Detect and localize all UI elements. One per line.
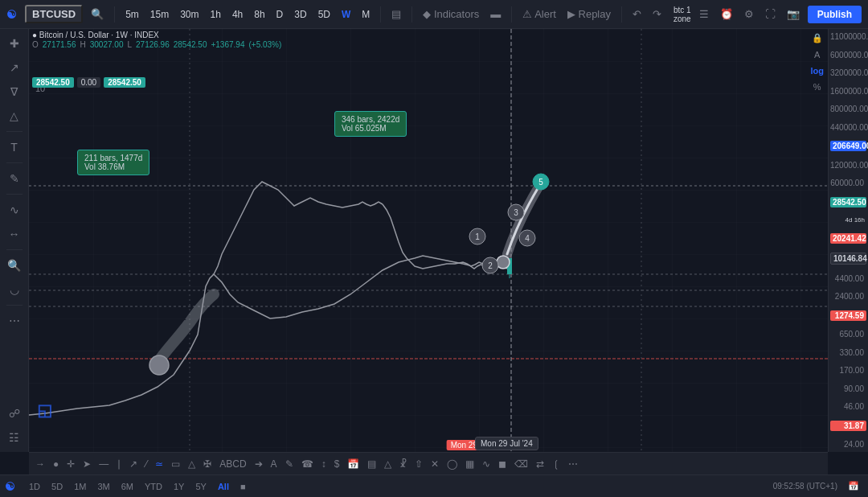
fib-tool[interactable]: ∇ xyxy=(3,80,26,103)
dt-note[interactable]: ✎ xyxy=(282,456,297,472)
annotation-1: 211 bars, 1477d Vol 38.76M xyxy=(77,150,149,175)
dt-measure[interactable]: ➔ xyxy=(252,456,266,472)
replay-button[interactable]: ▶ Replay xyxy=(564,6,614,22)
tf-30m[interactable]: 30m xyxy=(177,7,202,22)
dt-ray[interactable]: ↗ xyxy=(126,456,141,472)
dt-bars[interactable]: ▦ xyxy=(462,456,477,472)
dt-ruler[interactable]: ❲ xyxy=(549,456,563,472)
dt-text[interactable]: A xyxy=(268,456,280,472)
dt-price-label[interactable]: $ xyxy=(331,456,343,472)
dt-line[interactable]: ∕ xyxy=(142,456,150,472)
bottom-toolbar: ☯ 1D 5D 1M 3M 6M YTD 1Y 5Y All ■ 09:52:5… xyxy=(0,474,868,497)
more-tools[interactable]: ⋯ xyxy=(3,310,26,332)
lock-scale-icon[interactable]: 🔒 xyxy=(809,31,827,46)
dt-circle[interactable]: ◯ xyxy=(444,456,461,472)
dt-abcd[interactable]: ABCD xyxy=(216,456,249,472)
dt-period[interactable]: ⌫ xyxy=(511,456,531,472)
dt-pointer[interactable]: → xyxy=(32,456,48,472)
shapes-tool[interactable]: △ xyxy=(3,105,26,127)
text-tool[interactable]: T xyxy=(3,136,26,158)
dt-xcross[interactable]: ✕ xyxy=(428,456,442,472)
fullscreen-icon[interactable]: ⛶ xyxy=(762,6,779,22)
price-440k: 440000.00 xyxy=(830,123,866,132)
symbol-search-icon[interactable]: 🔍 xyxy=(88,6,107,22)
bt-1d[interactable]: 1D xyxy=(25,480,44,493)
bt-5d[interactable]: 5D xyxy=(47,480,67,493)
magnet-tool[interactable]: ◡ xyxy=(3,278,26,301)
tf-15m[interactable]: 15m xyxy=(147,7,172,22)
svg-text:4: 4 xyxy=(525,234,530,243)
svg-text:2: 2 xyxy=(488,261,493,270)
cursor-tool[interactable]: ✚ xyxy=(3,32,26,55)
price-24: 24.00 xyxy=(830,440,866,449)
bt-all[interactable]: All xyxy=(214,480,233,493)
alert-button[interactable]: ⚠ Alert xyxy=(519,6,559,22)
dt-rect[interactable]: ▭ xyxy=(168,456,183,472)
tf-1h[interactable]: 1h xyxy=(207,7,224,22)
redo-icon[interactable]: ↷ xyxy=(649,6,665,22)
brush-tool[interactable]: ✎ xyxy=(3,167,26,190)
calendar-icon[interactable]: 📅 xyxy=(844,479,863,493)
tf-5D[interactable]: 5D xyxy=(315,7,334,22)
chart-symbol: ● Bitcoin / U.S. Dollar · 1W · INDEX xyxy=(32,31,159,39)
chart-type-icon[interactable]: ▤ xyxy=(388,6,404,22)
bt-1y[interactable]: 1Y xyxy=(170,480,188,493)
price-800k: 800000.00 xyxy=(830,105,866,113)
dt-triangle[interactable]: △ xyxy=(185,456,199,472)
tf-W[interactable]: W xyxy=(338,7,354,22)
dt-more[interactable]: ⋯ xyxy=(565,456,581,472)
alert-clock-icon[interactable]: ⏰ xyxy=(717,6,736,22)
settings-icon[interactable]: ⚙ xyxy=(741,6,757,22)
dt-bar-pattern[interactable]: ▤ xyxy=(364,456,379,472)
tf-M[interactable]: M xyxy=(358,7,373,22)
dt-arrow[interactable]: ➤ xyxy=(80,456,94,472)
trend-line-tool[interactable]: ↗ xyxy=(3,56,26,79)
dt-arrow-mark[interactable]: ⇧ xyxy=(411,456,426,472)
templates-icon[interactable]: ☍ xyxy=(3,402,26,425)
bt-ytd[interactable]: YTD xyxy=(141,480,166,493)
tf-8h[interactable]: 8h xyxy=(251,7,268,22)
bt-1m[interactable]: 1M xyxy=(70,480,90,493)
percent-icon[interactable]: % xyxy=(809,80,827,94)
snapshot-icon[interactable]: 📷 xyxy=(784,6,803,22)
bt-6m[interactable]: 6M xyxy=(117,480,137,493)
dt-hline[interactable]: ― xyxy=(96,456,112,472)
indicators-button[interactable]: ◆ Indicators xyxy=(420,6,482,22)
tv-logo-bottom: ☯ xyxy=(5,480,15,493)
dt-price-range[interactable]: ↕ xyxy=(318,456,330,472)
zoom-tool[interactable]: 🔍 xyxy=(3,254,26,277)
chart-templates-icon[interactable]: ▬ xyxy=(487,6,504,22)
ohlc-info: ● Bitcoin / U.S. Dollar · 1W · INDEX xyxy=(32,31,159,39)
chart-area: 1 2 3 4 5 211 bars, 1477d Vol 38.76M 346… xyxy=(29,29,828,452)
undo-icon[interactable]: ↶ xyxy=(629,6,645,22)
dt-expand[interactable]: ⇄ xyxy=(533,456,547,472)
dt-date-range[interactable]: 📅 xyxy=(344,456,362,472)
dt-dot[interactable]: ● xyxy=(50,456,62,472)
tf-5m[interactable]: 5m xyxy=(122,7,142,22)
dt-callout[interactable]: ☎ xyxy=(298,456,317,472)
auto-scale-icon[interactable]: A xyxy=(809,47,827,62)
dt-cross[interactable]: ✛ xyxy=(63,456,78,472)
dt-zigzag[interactable]: ∿ xyxy=(479,456,493,472)
bt-3m[interactable]: 3M xyxy=(93,480,113,493)
dt-ghost[interactable]: △ xyxy=(381,456,395,472)
log-scale-icon[interactable]: log xyxy=(809,64,827,78)
patterns-tool[interactable]: ∿ xyxy=(3,199,26,221)
publish-button[interactable]: Publish xyxy=(808,6,862,23)
dt-stats[interactable]: ◼ xyxy=(495,456,510,472)
tf-D[interactable]: D xyxy=(273,7,287,22)
price-axis: 11000000.00 6000000.00 3200000.00 160000… xyxy=(828,29,868,452)
tf-4h[interactable]: 4h xyxy=(229,7,246,22)
price-badge2: 28542.50 xyxy=(104,77,145,88)
dt-vline[interactable]: ∣ xyxy=(113,456,125,472)
dt-fork[interactable]: ✠ xyxy=(200,456,215,472)
measure-tool[interactable]: ↔ xyxy=(3,223,26,245)
symbol-selector[interactable]: BTCUSD xyxy=(25,5,83,23)
dt-wave[interactable]: ☧ xyxy=(396,456,410,472)
objects-tree-icon[interactable]: ☷ xyxy=(3,426,26,449)
tf-3D[interactable]: 3D xyxy=(291,7,309,22)
bt-compare[interactable]: ■ xyxy=(236,480,250,493)
watchlist-icon[interactable]: ☰ xyxy=(696,6,712,22)
dt-channel[interactable]: ≃ xyxy=(152,456,166,472)
bt-5y[interactable]: 5Y xyxy=(191,480,210,493)
